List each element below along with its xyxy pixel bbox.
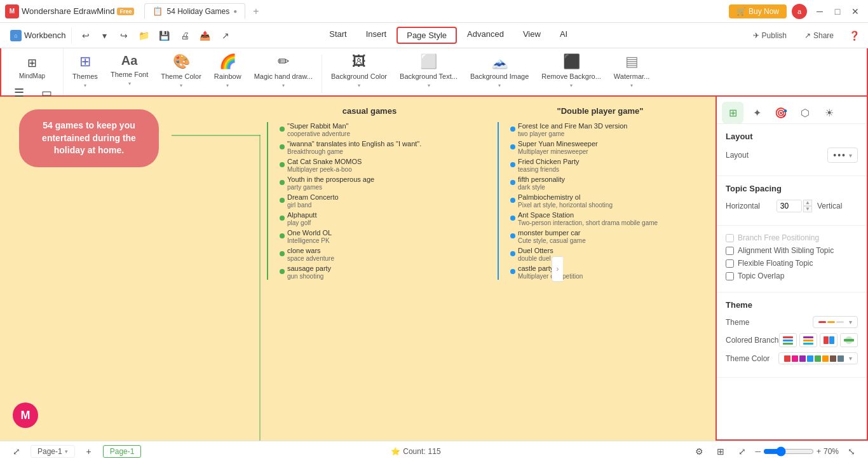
count-badge: ⭐ Count: 115 (391, 447, 440, 456)
undo-btn[interactable]: ↩ (77, 27, 95, 45)
mindmap-view-btn[interactable]: ⊞ MindMap (15, 53, 49, 82)
theme-color-selector[interactable]: ▾ (778, 352, 858, 364)
undo-arrow[interactable]: ▾ (96, 27, 114, 45)
layout-selector[interactable]: ••• ▾ (827, 148, 858, 163)
logo-icon: M (5, 4, 19, 18)
titlebar: M Wondershare EdrawMind Free 📋 54 Holida… (0, 0, 868, 23)
magic-hand-btn[interactable]: ✏ Magic hand draw... ▾ (248, 50, 319, 94)
active-tab[interactable]: 📋 54 Holiday Games ● (144, 3, 245, 19)
overlap-row: Topic Overlap (726, 272, 858, 280)
zoom-minus[interactable]: ─ (755, 447, 761, 456)
themes-btn[interactable]: ⊞ Themes ▾ (66, 50, 104, 94)
tab-sparkle[interactable]: ✦ (746, 102, 768, 123)
expand-btn[interactable]: ⤢ (8, 443, 25, 460)
tab-shield[interactable]: ⬡ (794, 102, 816, 123)
share-toolbar-btn[interactable]: ↗ (217, 27, 234, 45)
menu-start[interactable]: Start (320, 27, 355, 44)
canvas-area[interactable]: M 54 games to keep you entertained durin… (0, 97, 715, 441)
buy-now-button[interactable]: 🛒 Buy Now (729, 4, 787, 18)
overlap-checkbox[interactable] (726, 272, 734, 280)
spacing-row: Horizontal ▲ ▼ Vertical ▲ ▼ (726, 200, 858, 212)
list-item: Palmbiochemistry olPixel art style, hori… (508, 193, 703, 209)
connector-line-left (172, 135, 261, 136)
tab-sun[interactable]: ☀ (818, 102, 840, 123)
bg-color-btn[interactable]: 🖼 Background Color ▾ (325, 50, 393, 94)
user-avatar[interactable]: a (792, 4, 807, 19)
topic-spacing-title: Topic Spacing (726, 184, 858, 193)
redo-btn[interactable]: ↪ (115, 27, 133, 45)
horizontal-down[interactable]: ▼ (803, 206, 812, 212)
window-controls: ─ □ ✕ (812, 4, 863, 19)
watermark-btn[interactable]: ▤ Watermar... ▾ (607, 50, 656, 94)
page-tab[interactable]: Page-1 ▾ (31, 445, 75, 458)
menu-ai[interactable]: AI (551, 27, 576, 44)
bg-image-btn[interactable]: 🗻 Background Image ▾ (464, 50, 535, 94)
save-btn[interactable]: 💾 (156, 27, 173, 45)
horizontal-input[interactable] (776, 200, 802, 212)
fit-btn[interactable]: ⤡ (843, 443, 860, 460)
zoom-plus[interactable]: + (817, 447, 821, 456)
zoom-slider[interactable] (763, 446, 814, 457)
colored-branch-option-2[interactable] (799, 333, 817, 347)
list-item: castle partyMultiplayer competition (508, 265, 703, 280)
flexible-checkbox[interactable] (726, 259, 734, 268)
flexible-label: Flexible Floating Topic (738, 259, 813, 268)
active-page-tab[interactable]: Page-1 (103, 445, 142, 458)
menu-items: Start Insert Page Style Advanced View AI (320, 27, 576, 44)
panel-collapse-arrow[interactable]: › (552, 256, 563, 282)
maximize-btn[interactable]: □ (830, 4, 845, 19)
colored-branch-options (779, 333, 858, 347)
zoom-control: ─ + 70% (755, 446, 839, 457)
layout-label: Layout (726, 151, 776, 160)
menu-insert[interactable]: Insert (357, 27, 396, 44)
open-btn[interactable]: 📁 (135, 27, 153, 45)
tab-close-btn[interactable]: ● (233, 8, 237, 15)
branch-free-checkbox[interactable] (726, 234, 734, 242)
print-btn[interactable]: 🖨 (176, 27, 194, 45)
colored-branch-option-3[interactable] (820, 333, 837, 347)
align-sibling-checkbox[interactable] (726, 247, 734, 255)
align-sibling-row: Alignment With Sibling Topic (726, 246, 858, 255)
tab-target[interactable]: 🎯 (770, 102, 792, 123)
theme-preview-lines (818, 321, 844, 323)
colored-branch-option-1[interactable] (779, 333, 797, 347)
left-branch: casual games "Super Rabbit Man"cooperati… (267, 106, 478, 434)
status-center: ⭐ Count: 115 (391, 447, 440, 456)
svg-rect-5 (803, 343, 813, 345)
horizontal-up[interactable]: ▲ (803, 200, 812, 206)
workbench-menu[interactable]: ⌂ Workbench (5, 27, 72, 44)
theme-row-label: Theme (726, 318, 776, 327)
colored-branch-option-4[interactable] (840, 333, 858, 347)
close-btn[interactable]: ✕ (848, 4, 863, 19)
vertical-label: Vertical (817, 202, 868, 210)
help-btn[interactable]: ❓ (845, 27, 863, 45)
count-icon: ⭐ (391, 447, 400, 456)
theme-selector[interactable]: ▾ (813, 316, 858, 328)
theme-font-btn[interactable]: Aa Theme Font ▾ (104, 50, 154, 94)
menu-advanced[interactable]: Advanced (458, 27, 513, 44)
menu-page-style[interactable]: Page Style (397, 27, 457, 44)
tab-layout[interactable]: ⊞ (722, 102, 743, 123)
list-item: sausage partygun shooting (277, 265, 472, 280)
minimize-btn[interactable]: ─ (812, 4, 827, 19)
main-layout: M 54 games to keep you entertained durin… (0, 97, 868, 441)
rainbow-btn[interactable]: 🌈 Rainbow ▾ (208, 50, 248, 94)
horizontal-spinner[interactable]: ▲ ▼ (776, 200, 812, 212)
add-tab-btn[interactable]: + (248, 3, 264, 20)
share-btn[interactable]: ↗ Share (798, 29, 840, 43)
menu-view[interactable]: View (514, 27, 550, 44)
settings-btn[interactable]: ⚙ (690, 443, 708, 460)
remove-bg-btn[interactable]: ⬛ Remove Backgro... ▾ (535, 50, 607, 94)
app-logo: M Wondershare EdrawMind Free (5, 4, 134, 18)
topic-spacing-section: Topic Spacing Horizontal ▲ ▼ Vertical ▲ … (717, 176, 867, 226)
add-page-btn[interactable]: + (80, 443, 98, 460)
fullscreen-btn[interactable]: ⤢ (733, 443, 751, 460)
publish-btn[interactable]: ✈ Publish (747, 29, 793, 43)
layout-section-title: Layout (726, 132, 858, 141)
view-btn[interactable]: ⊞ (712, 443, 729, 460)
list-item: monster bumper carCute style, casual gam… (508, 229, 703, 244)
theme-color-btn[interactable]: 🎨 Theme Color ▾ (154, 50, 208, 94)
theme-section: Theme Theme ▾ Colored Branch (717, 292, 867, 378)
bg-text-btn[interactable]: ⬜ Background Text... ▾ (393, 50, 464, 94)
export-btn[interactable]: 📤 (196, 27, 214, 45)
